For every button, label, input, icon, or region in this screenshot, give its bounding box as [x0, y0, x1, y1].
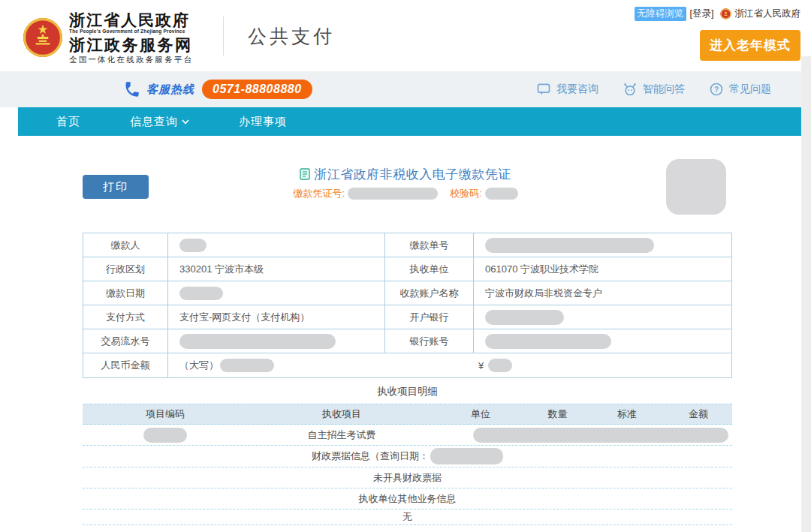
payer-label: 缴款人	[83, 233, 168, 257]
faq-link[interactable]: ? 常见问题	[709, 82, 771, 97]
charge-item-row: 自主招生考试费	[83, 425, 732, 446]
invoice-info-label: 财政票据信息（查询日期：	[312, 449, 429, 463]
amount-symbol: ¥	[478, 360, 484, 371]
other-info-value-row: 无	[83, 509, 732, 525]
site-name: 浙江政务服务网	[69, 37, 193, 53]
phone-icon	[121, 80, 144, 99]
hotline-label: 客服热线	[146, 83, 194, 97]
voucher-no-label: 缴款凭证号:	[293, 187, 345, 200]
smart-qa-label: 智能问答	[643, 83, 685, 96]
nav-item-info-query[interactable]: 信息查询	[130, 115, 189, 129]
elder-mode-button[interactable]: 进入老年模式	[700, 30, 800, 61]
scrollbar[interactable]	[801, 56, 811, 532]
hotline-bar: 客服热线 0571-88808880 我要咨询	[0, 71, 811, 107]
agency-value: 061070 宁波职业技术学院	[474, 257, 731, 281]
check-code-label: 校验码:	[450, 187, 482, 200]
col-unit: 单位	[436, 404, 526, 424]
amount-caps-redacted	[220, 359, 274, 372]
date-redacted	[168, 281, 385, 305]
header-top-links: 无障碍浏览 [登录] 浙江省人民政府	[635, 7, 800, 21]
account-name-value: 宁波市财政局非税资金专户	[474, 281, 731, 305]
nav-info-query-label: 信息查询	[130, 115, 178, 129]
amount-numeric-group: ¥	[478, 359, 512, 372]
svg-text:?: ?	[714, 86, 719, 94]
bank-account-redacted	[474, 329, 731, 353]
consult-link[interactable]: 我要咨询	[536, 82, 598, 97]
amount-numeric-redacted	[488, 359, 512, 372]
charge-items-section: 执收项目明细 项目编码 执收项目 单位 数量 标准 金额 自主招生考试费 财政票…	[83, 379, 732, 525]
national-emblem-icon	[23, 17, 63, 58]
payment-no-redacted	[474, 233, 731, 257]
header-divider	[223, 17, 224, 56]
nav-item-home[interactable]: 首页	[56, 115, 80, 129]
col-amount: 金额	[665, 404, 732, 424]
invoice-status: 未开具财政票据	[373, 471, 442, 485]
pay-method-value: 支付宝-网页支付（支付机构）	[168, 305, 385, 329]
amount-caps-prefix: （大写）	[179, 359, 219, 372]
app-title: 公共支付	[248, 24, 335, 49]
account-name-label: 收款账户名称	[385, 281, 474, 305]
other-info-value: 无	[402, 510, 412, 524]
site-subtitle-en: The People's Government of Zhejiang Prov…	[69, 29, 193, 35]
logo-text: 浙江省人民政府 The People's Government of Zheji…	[69, 12, 193, 63]
nav-home-label: 首页	[56, 115, 80, 129]
col-standard: 标准	[589, 404, 665, 424]
check-code-redacted	[485, 188, 518, 200]
site-logo[interactable]: 浙江省人民政府 The People's Government of Zheji…	[23, 12, 193, 63]
agency-label: 执收单位	[385, 257, 474, 281]
site-title: 浙江省人民政府	[69, 12, 193, 28]
qr-code-redacted	[666, 159, 726, 215]
question-circle-icon: ?	[709, 82, 724, 97]
project-code-redacted	[83, 425, 248, 445]
other-info-label: 执收单位其他业务信息	[359, 492, 457, 506]
pay-method-label: 支付方式	[83, 305, 168, 329]
charge-items-title: 执收项目明细	[83, 379, 732, 404]
invoice-info-row: 财政票据信息（查询日期：	[83, 446, 732, 467]
hotline-group: 客服热线 0571-88808880	[122, 80, 312, 99]
mini-emblem-icon	[720, 8, 731, 20]
page: 浙江省人民政府 The People's Government of Zheji…	[0, 0, 811, 532]
payer-value-redacted	[168, 233, 385, 257]
voucher-no-redacted	[348, 188, 438, 200]
charge-items-header-row: 项目编码 执收项目 单位 数量 标准 金额	[83, 404, 732, 425]
hotline-links: 我要咨询 智能问答 ? 常见问题	[536, 82, 771, 97]
project-name: 自主招生考试费	[248, 425, 436, 445]
voucher-info-table: 缴款人 缴款单号 行政区划 330201 宁波市本级 执收单位 061070 宁…	[83, 233, 732, 378]
txn-no-redacted	[168, 329, 385, 353]
faq-label: 常见问题	[729, 83, 771, 96]
site-header: 浙江省人民政府 The People's Government of Zheji…	[0, 0, 811, 71]
chevron-down-icon	[182, 119, 189, 125]
login-link[interactable]: [登录]	[690, 8, 714, 20]
region-label: 行政区划	[83, 257, 168, 281]
col-quantity: 数量	[526, 404, 589, 424]
nav-item-services[interactable]: 办理事项	[239, 115, 287, 129]
amount-row: （大写） ¥	[168, 353, 731, 377]
region-value: 330201 宁波市本级	[168, 257, 385, 281]
robot-icon	[623, 82, 638, 97]
consult-label: 我要咨询	[556, 83, 598, 96]
accessibility-link[interactable]: 无障碍浏览	[635, 7, 686, 21]
date-label: 缴款日期	[83, 281, 168, 305]
main-nav: 首页 信息查询 办理事项	[18, 107, 801, 136]
gov-portal-link[interactable]: 浙江省人民政府	[735, 8, 801, 20]
bank-label: 开户银行	[385, 305, 474, 329]
item-values-redacted	[473, 428, 728, 443]
query-date-redacted	[430, 448, 503, 464]
nav-services-label: 办理事项	[239, 115, 287, 129]
amount-label: 人民币金额	[83, 353, 168, 377]
hotline-number: 0571-88808880	[202, 80, 312, 99]
bank-redacted	[474, 305, 731, 329]
other-info-label-row: 执收单位其他业务信息	[83, 488, 732, 509]
chat-bubble-icon	[536, 82, 551, 97]
voucher-title: 浙江省政府非税收入电子缴款凭证	[314, 167, 511, 182]
col-project-code: 项目编码	[83, 404, 248, 424]
txn-no-label: 交易流水号	[83, 329, 168, 353]
col-project-name: 执收项目	[248, 404, 436, 424]
bank-account-label: 银行账号	[385, 329, 474, 353]
document-icon	[300, 168, 310, 180]
payment-no-label: 缴款单号	[385, 233, 474, 257]
site-tagline: 全国一体化在线政务服务平台	[69, 56, 193, 64]
invoice-status-row: 未开具财政票据	[83, 467, 732, 488]
smart-qa-link[interactable]: 智能问答	[623, 82, 685, 97]
